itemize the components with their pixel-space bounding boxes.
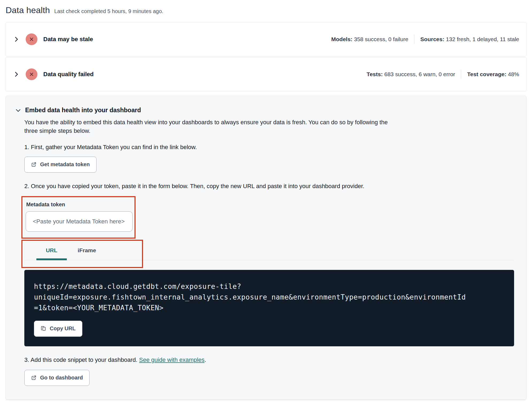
- status-row-toggle[interactable]: Data may be stale: [13, 33, 93, 45]
- chevron-right-icon[interactable]: [13, 36, 20, 43]
- code-url-line: https://metadata.cloud.getdbt.com/exposu…: [34, 281, 504, 292]
- step2-text: 2. Once you have copied your token, past…: [24, 183, 514, 190]
- tests-stat: Tests: 683 success, 6 warn, 0 error: [367, 71, 455, 77]
- tab-url[interactable]: URL: [34, 243, 69, 260]
- step3-text: 3. Add this code snippet to your dashboa…: [24, 356, 514, 363]
- tab-bar: URL iFrame: [24, 243, 514, 260]
- status-label: Data quality failed: [43, 71, 94, 78]
- chevron-down-icon[interactable]: [15, 107, 21, 114]
- step3-text-after: .: [205, 356, 206, 363]
- code-block: https://metadata.cloud.getdbt.com/exposu…: [24, 270, 514, 346]
- go-to-dashboard-button[interactable]: Go to dashboard: [24, 370, 90, 386]
- page-title: Data health: [6, 5, 50, 15]
- data-health-page: Data health Last check completed 5 hours…: [0, 0, 532, 405]
- test-coverage-stat: Test coverage: 48%: [467, 71, 519, 77]
- guide-link[interactable]: See guide with examples: [139, 356, 205, 363]
- go-to-dashboard-label: Go to dashboard: [40, 375, 83, 381]
- metadata-token-label: Metadata token: [26, 201, 134, 208]
- code-url-line: uniqueId=exposure.fishtown_internal_anal…: [34, 292, 504, 302]
- stat-value: 132 fresh, 1 delayed, 11 stale: [446, 36, 519, 42]
- stat-label: Sources:: [420, 36, 444, 42]
- copy-icon: [41, 326, 46, 331]
- embed-section: Embed data health into your dashboard Yo…: [6, 96, 526, 399]
- page-header: Data health Last check completed 5 hours…: [6, 5, 526, 15]
- stat-value: 358 success, 0 failure: [354, 36, 408, 42]
- metadata-token-input[interactable]: [26, 211, 133, 232]
- step1-text: 1. First, gather your Metadata Token you…: [24, 144, 514, 151]
- token-annotation-box: Metadata token: [21, 196, 136, 239]
- get-metadata-token-label: Get metadata token: [40, 161, 90, 168]
- last-check-status: Last check completed 5 hours, 9 minutes …: [54, 8, 163, 14]
- status-card-stale: Data may be stale Models: 358 success, 0…: [6, 22, 526, 56]
- status-label: Data may be stale: [43, 36, 93, 43]
- embed-description: You have the ability to embed this data …: [24, 118, 389, 135]
- models-stat: Models: 358 success, 0 failure: [331, 36, 408, 42]
- chevron-right-icon[interactable]: [13, 71, 20, 78]
- embed-section-toggle[interactable]: Embed data health into your dashboard: [15, 107, 514, 114]
- stat-value: 48%: [508, 71, 519, 77]
- status-stats: Tests: 683 success, 6 warn, 0 error Test…: [367, 70, 519, 79]
- get-metadata-token-button[interactable]: Get metadata token: [24, 157, 97, 173]
- embed-body: You have the ability to embed this data …: [24, 118, 514, 386]
- stat-label: Tests:: [367, 71, 383, 77]
- code-url-text: https://metadata.cloud.getdbt.com/exposu…: [34, 281, 504, 313]
- status-stats: Models: 358 success, 0 failure Sources: …: [331, 35, 519, 44]
- copy-url-label: Copy URL: [50, 325, 76, 332]
- stat-label: Test coverage:: [467, 71, 506, 77]
- stat-value: 683 success, 6 warn, 0 error: [384, 71, 455, 77]
- external-link-icon: [31, 162, 37, 167]
- output-tabs: URL iFrame: [24, 243, 514, 260]
- code-url-line: =1&token=<YOUR_METADATA_TOKEN>: [34, 302, 504, 313]
- copy-url-button[interactable]: Copy URL: [34, 321, 82, 337]
- step3-text-before: 3. Add this code snippet to your dashboa…: [24, 356, 139, 363]
- sources-stat: Sources: 132 fresh, 1 delayed, 11 stale: [420, 36, 519, 42]
- error-x-icon: [29, 71, 34, 77]
- stat-label: Models:: [331, 36, 352, 42]
- error-badge: [26, 68, 37, 80]
- external-link-icon: [31, 375, 37, 381]
- stats-divider: [414, 35, 414, 44]
- tab-iframe[interactable]: iFrame: [69, 243, 105, 260]
- stats-divider: [461, 70, 461, 79]
- embed-title: Embed data health into your dashboard: [25, 107, 141, 114]
- status-row-toggle[interactable]: Data quality failed: [13, 68, 94, 80]
- status-card-quality: Data quality failed Tests: 683 success, …: [6, 57, 526, 91]
- error-x-icon: [29, 36, 34, 42]
- error-badge: [26, 33, 37, 45]
